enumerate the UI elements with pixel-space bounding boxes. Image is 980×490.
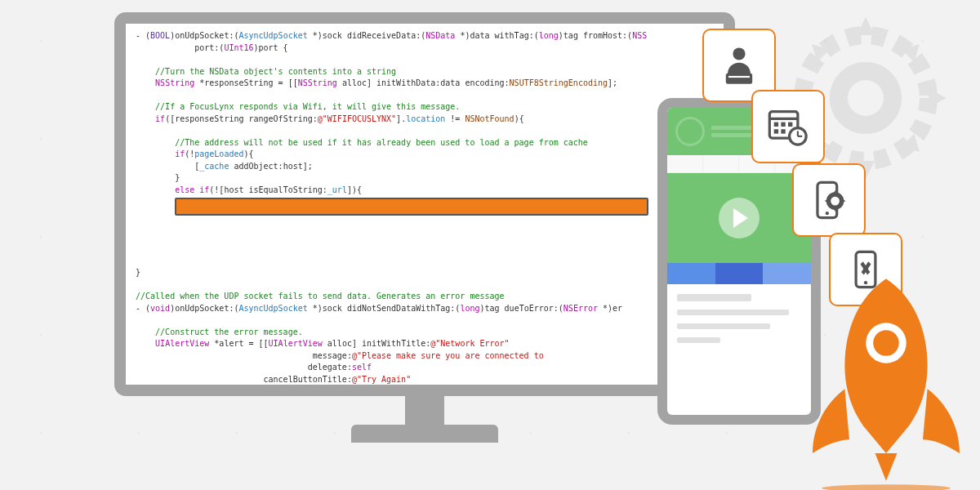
svg-point-23 (873, 330, 899, 356)
svg-rect-7 (774, 122, 778, 127)
play-icon[interactable] (719, 198, 760, 238)
svg-rect-11 (781, 129, 785, 133)
monitor: - (BOOL)onUdpSocket:(AsyncUdpSocket *)so… (114, 12, 735, 445)
avatar (675, 117, 705, 146)
monitor-stand (405, 396, 444, 429)
video-player (667, 173, 811, 263)
svg-rect-3 (726, 74, 752, 84)
app-content (667, 284, 811, 415)
phone-settings-icon (792, 163, 866, 237)
svg-point-24 (822, 484, 951, 490)
svg-rect-10 (774, 129, 778, 133)
highlight-bar (175, 198, 648, 216)
svg-rect-8 (781, 122, 785, 127)
svg-rect-4 (728, 76, 750, 78)
monitor-base (351, 425, 498, 443)
svg-point-2 (733, 47, 745, 60)
svg-point-17 (826, 212, 829, 215)
rocket-icon (792, 270, 980, 490)
monitor-screen: - (BOOL)onUdpSocket:(AsyncUdpSocket *)so… (114, 12, 735, 396)
svg-rect-9 (788, 122, 792, 127)
color-bars (667, 263, 811, 284)
schedule-icon (751, 90, 825, 163)
svg-point-19 (831, 197, 840, 206)
